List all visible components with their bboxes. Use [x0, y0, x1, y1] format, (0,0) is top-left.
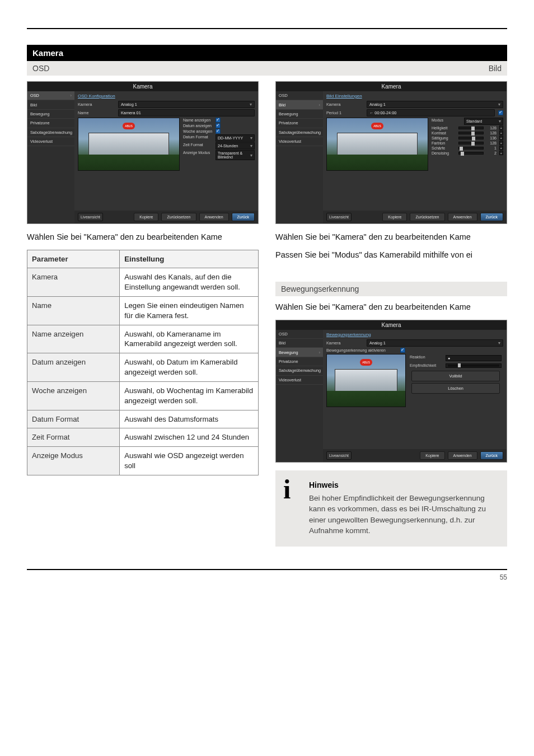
zeit-format-select[interactable]: 24-Stunden [216, 142, 255, 150]
camera-preview[interactable]: ABUS [326, 354, 406, 407]
loeschen-button[interactable]: Löschen [411, 383, 500, 394]
anzeige-modus-select[interactable]: Transparent & Blinkend [216, 150, 255, 160]
table-row: Anzeige ModusAuswahl wie OSD angezeigt w… [27, 447, 259, 475]
sidebar-item-videoverlust[interactable]: Videoverlust [276, 137, 323, 146]
sidebar-item-osd[interactable]: OSD [276, 330, 323, 339]
spin-icon[interactable]: ▴ [499, 136, 503, 140]
liveansicht-button[interactable]: Liveansicht [326, 213, 352, 221]
panel-header-2: Bild Einstellungen [323, 91, 507, 101]
table-row: Zeit FormatAuswahl zwischen 12 und 24 St… [27, 428, 259, 447]
kamera-select[interactable]: Analog 1 [367, 339, 503, 347]
sidebar-item-osd[interactable]: OSD [27, 91, 74, 100]
note-heading: Hinweis [309, 480, 499, 489]
liveansicht-button[interactable]: Liveansicht [78, 213, 103, 221]
slider-farbton[interactable] [458, 142, 484, 144]
screenshot-bild: Kamera OSD Bild Bewegung Privatzone Sabo… [275, 81, 507, 224]
table-row: KameraAuswahl des Kanals, auf den die Ei… [27, 268, 259, 297]
camera-preview: ABUS [78, 118, 180, 171]
caption-left: Wählen Sie bei "Kamera" den zu bearbeite… [27, 232, 259, 243]
table-row: Name anzeigenAuswahl, ob Kameraname im K… [27, 325, 259, 353]
section-sub-bewegung: Bewegungserkennung [275, 282, 507, 296]
check-name-anzeigen[interactable] [216, 118, 221, 123]
sidebar-item-privatzone[interactable]: Privatzone [27, 119, 74, 128]
sidebar-item-videoverlust[interactable]: Videoverlust [276, 376, 323, 385]
sidebar-item-bewegung[interactable]: Bewegung [27, 110, 74, 119]
spin-icon[interactable]: ▴ [499, 151, 503, 155]
spin-icon[interactable]: ▴ [499, 130, 503, 135]
slider-saettigung[interactable] [458, 137, 484, 139]
anwenden-button[interactable]: Anwenden [448, 213, 477, 221]
anwenden-button[interactable]: Anwenden [199, 213, 229, 221]
sidebar-item-bewegung[interactable]: Bewegung [276, 348, 323, 357]
period-check[interactable] [498, 110, 503, 115]
note-body: Bei hoher Empfindlichkeit der Bewegungse… [309, 493, 499, 536]
slider-schaerfe[interactable] [458, 147, 484, 150]
sidebar-item-osd[interactable]: OSD [276, 91, 323, 100]
table-row: Datum FormatAuswahl des Datumsformats [27, 410, 259, 428]
sidebar-item-sabotage[interactable]: Sabotageüberwachung [276, 128, 323, 137]
sidebar-item-privatzone[interactable]: Privatzone [276, 119, 323, 128]
shot-titlebar: Kamera [27, 82, 258, 91]
kopiere-button[interactable]: Kopiere [134, 213, 158, 221]
check-woche-anzeigen[interactable] [216, 129, 221, 134]
page-footer: 55 [27, 569, 507, 581]
name-input[interactable]: Kamera 01 [118, 109, 255, 116]
sidebar-item-bild[interactable]: Bild [276, 339, 323, 348]
table-head: ParameterEinstellung [27, 250, 259, 268]
screenshot-osd: Kamera OSD Bild Bewegung Privatzone Sabo… [27, 81, 259, 224]
datum-format-select[interactable]: DD-MM-YYYY [216, 134, 255, 142]
abus-badge: ABUS [360, 359, 372, 366]
info-icon: i [283, 474, 291, 505]
enable-motion-check[interactable] [400, 348, 405, 353]
sidebar-item-bild[interactable]: Bild [27, 100, 74, 109]
name-label: Name [78, 110, 118, 115]
zurueck-button[interactable]: Zurück [480, 213, 503, 221]
panel-header: OSD Konfiguration [74, 91, 258, 101]
section-title: Kamera [32, 48, 144, 58]
sidebar-item-bild[interactable]: Bild [276, 100, 323, 109]
panel-header-3: Bewegungserkennung [323, 330, 507, 339]
zuruecksetzen-button[interactable]: Zurücksetzen [410, 213, 444, 221]
slider-kontrast[interactable] [458, 132, 484, 134]
kamera-select[interactable]: Analog 1 [367, 101, 503, 108]
kamera-select[interactable]: Analog 1 [118, 101, 255, 108]
sidebar-item-videoverlust[interactable]: Videoverlust [27, 137, 74, 146]
zurueck-button[interactable]: Zurück [232, 213, 255, 221]
shot-titlebar-2: Kamera [276, 82, 507, 91]
sidebar-item-privatzone[interactable]: Privatzone [276, 357, 323, 366]
kopiere-button[interactable]: Kopiere [382, 213, 407, 221]
anwenden-button[interactable]: Anwenden [448, 451, 477, 460]
sidebar-item-sabotage[interactable]: Sabotageüberwachung [276, 366, 323, 375]
empfindlichkeit-slider[interactable] [446, 363, 502, 368]
caption-right-1: Wählen Sie bei "Kamera" den zu bearbeite… [275, 232, 507, 243]
spin-icon[interactable]: ▴ [499, 125, 503, 130]
page-number: 55 [500, 573, 507, 581]
section-sub: OSD Bild [27, 61, 507, 76]
check-datum-anzeigen[interactable] [216, 123, 221, 128]
vollbild-button[interactable]: Vollbild [411, 371, 500, 381]
reaktion-value[interactable]: ● [446, 355, 502, 361]
camera-preview: ABUS [326, 118, 428, 171]
section-sub-label: OSD [32, 64, 144, 73]
abus-badge: ABUS [371, 123, 383, 129]
kamera-label: Kamera [78, 102, 118, 107]
liveansicht-button[interactable]: Liveansicht [326, 451, 352, 460]
table-row: Datum anzeigenAuswahl, ob Datum im Kamer… [27, 353, 259, 382]
shot-sidebar-2: OSD Bild Bewegung Privatzone Sabotageübe… [276, 91, 323, 223]
sidebar-item-bewegung[interactable]: Bewegung [276, 110, 323, 119]
slider-helligkeit[interactable] [458, 127, 484, 129]
shot-sidebar-3: OSD Bild Bewegung Privatzone Sabotageübe… [276, 330, 323, 462]
table-row: NameLegen Sie einen eindeutigen Namen fü… [27, 297, 259, 325]
sidebar-item-sabotage[interactable]: Sabotageüberwachung [27, 128, 74, 137]
period-input[interactable]: ← 00:00-24:00 [367, 109, 495, 116]
section-sub-right: Bild [489, 64, 502, 73]
abus-badge: ABUS [123, 123, 135, 129]
note-box: i Hinweis Bei hoher Empfindlichkeit der … [275, 470, 507, 547]
kopiere-button[interactable]: Kopiere [420, 451, 444, 460]
slider-denoising[interactable] [458, 152, 484, 155]
spin-icon[interactable]: ▴ [499, 146, 503, 150]
zuruecksetzen-button[interactable]: Zurücksetzen [161, 213, 196, 221]
modus-select[interactable]: Standard [464, 118, 503, 125]
zurueck-button[interactable]: Zurück [480, 451, 503, 460]
spin-icon[interactable]: ▴ [499, 141, 503, 145]
